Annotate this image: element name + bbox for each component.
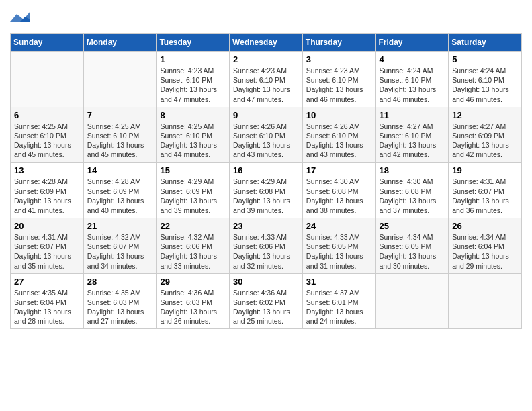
day-info: Sunrise: 4:23 AM Sunset: 6:10 PM Dayligh… — [160, 66, 226, 104]
day-number: 1 — [160, 54, 226, 64]
calendar-cell: 3Sunrise: 4:23 AM Sunset: 6:10 PM Daylig… — [302, 52, 375, 107]
calendar-week-row: 20Sunrise: 4:31 AM Sunset: 6:07 PM Dayli… — [11, 218, 522, 274]
day-number: 15 — [160, 165, 226, 175]
calendar-cell: 27Sunrise: 4:35 AM Sunset: 6:04 PM Dayli… — [11, 273, 84, 329]
calendar-cell: 25Sunrise: 4:34 AM Sunset: 6:05 PM Dayli… — [375, 218, 449, 274]
calendar-cell: 2Sunrise: 4:23 AM Sunset: 6:10 PM Daylig… — [230, 52, 303, 107]
calendar-cell: 4Sunrise: 4:24 AM Sunset: 6:10 PM Daylig… — [375, 52, 449, 107]
weekday-header: Monday — [83, 34, 157, 52]
day-number: 4 — [380, 54, 445, 64]
calendar-body: 1Sunrise: 4:23 AM Sunset: 6:10 PM Daylig… — [11, 52, 522, 329]
day-info: Sunrise: 4:24 AM Sunset: 6:10 PM Dayligh… — [380, 66, 445, 104]
day-number: 18 — [380, 165, 445, 175]
weekday-header: Friday — [375, 34, 449, 52]
calendar-cell: 20Sunrise: 4:31 AM Sunset: 6:07 PM Dayli… — [11, 218, 84, 274]
weekday-header: Sunday — [11, 34, 84, 52]
day-info: Sunrise: 4:23 AM Sunset: 6:10 PM Dayligh… — [233, 66, 299, 104]
day-info: Sunrise: 4:35 AM Sunset: 6:04 PM Dayligh… — [14, 288, 80, 326]
day-number: 10 — [306, 110, 372, 120]
day-number: 9 — [233, 110, 299, 120]
page-header — [10, 10, 522, 26]
day-info: Sunrise: 4:27 AM Sunset: 6:09 PM Dayligh… — [452, 122, 518, 160]
day-number: 12 — [452, 110, 518, 120]
day-info: Sunrise: 4:26 AM Sunset: 6:10 PM Dayligh… — [233, 122, 299, 160]
day-info: Sunrise: 4:25 AM Sunset: 6:10 PM Dayligh… — [160, 122, 226, 160]
weekday-header: Wednesday — [230, 34, 303, 52]
calendar-week-row: 1Sunrise: 4:23 AM Sunset: 6:10 PM Daylig… — [11, 52, 522, 107]
calendar-cell: 15Sunrise: 4:29 AM Sunset: 6:09 PM Dayli… — [157, 163, 230, 218]
day-info: Sunrise: 4:34 AM Sunset: 6:04 PM Dayligh… — [452, 232, 518, 271]
day-number: 6 — [14, 110, 80, 120]
day-info: Sunrise: 4:31 AM Sunset: 6:07 PM Dayligh… — [452, 177, 518, 215]
day-number: 23 — [233, 221, 299, 231]
calendar-cell: 19Sunrise: 4:31 AM Sunset: 6:07 PM Dayli… — [449, 163, 522, 218]
day-info: Sunrise: 4:36 AM Sunset: 6:02 PM Dayligh… — [233, 288, 299, 326]
day-info: Sunrise: 4:36 AM Sunset: 6:03 PM Dayligh… — [160, 288, 226, 326]
calendar-week-row: 13Sunrise: 4:28 AM Sunset: 6:09 PM Dayli… — [11, 163, 522, 218]
logo — [10, 10, 33, 26]
day-info: Sunrise: 4:32 AM Sunset: 6:07 PM Dayligh… — [87, 232, 153, 271]
day-info: Sunrise: 4:28 AM Sunset: 6:09 PM Dayligh… — [87, 177, 153, 215]
calendar-cell: 6Sunrise: 4:25 AM Sunset: 6:10 PM Daylig… — [11, 107, 84, 163]
day-info: Sunrise: 4:33 AM Sunset: 6:05 PM Dayligh… — [306, 232, 372, 271]
day-info: Sunrise: 4:34 AM Sunset: 6:05 PM Dayligh… — [380, 232, 445, 271]
calendar-cell: 8Sunrise: 4:25 AM Sunset: 6:10 PM Daylig… — [157, 107, 230, 163]
day-number: 14 — [87, 165, 153, 175]
calendar-header: SundayMondayTuesdayWednesdayThursdayFrid… — [11, 34, 522, 52]
day-info: Sunrise: 4:28 AM Sunset: 6:09 PM Dayligh… — [14, 177, 80, 215]
calendar-cell: 5Sunrise: 4:24 AM Sunset: 6:10 PM Daylig… — [449, 52, 522, 107]
day-info: Sunrise: 4:25 AM Sunset: 6:10 PM Dayligh… — [14, 122, 80, 160]
day-info: Sunrise: 4:37 AM Sunset: 6:01 PM Dayligh… — [306, 288, 372, 326]
calendar-cell: 31Sunrise: 4:37 AM Sunset: 6:01 PM Dayli… — [302, 273, 375, 329]
calendar-cell: 24Sunrise: 4:33 AM Sunset: 6:05 PM Dayli… — [302, 218, 375, 274]
day-info: Sunrise: 4:27 AM Sunset: 6:10 PM Dayligh… — [380, 122, 445, 160]
calendar-cell: 23Sunrise: 4:33 AM Sunset: 6:06 PM Dayli… — [230, 218, 303, 274]
day-number: 13 — [14, 165, 80, 175]
calendar-cell — [11, 52, 84, 107]
day-info: Sunrise: 4:25 AM Sunset: 6:10 PM Dayligh… — [87, 122, 153, 160]
calendar-week-row: 27Sunrise: 4:35 AM Sunset: 6:04 PM Dayli… — [11, 273, 522, 329]
day-info: Sunrise: 4:29 AM Sunset: 6:08 PM Dayligh… — [233, 177, 299, 215]
weekday-row: SundayMondayTuesdayWednesdayThursdayFrid… — [11, 34, 522, 52]
day-number: 29 — [160, 277, 226, 287]
day-info: Sunrise: 4:26 AM Sunset: 6:10 PM Dayligh… — [306, 122, 372, 160]
day-number: 16 — [233, 165, 299, 175]
calendar-cell: 14Sunrise: 4:28 AM Sunset: 6:09 PM Dayli… — [83, 163, 157, 218]
day-info: Sunrise: 4:29 AM Sunset: 6:09 PM Dayligh… — [160, 177, 226, 215]
calendar-cell: 11Sunrise: 4:27 AM Sunset: 6:10 PM Dayli… — [375, 107, 449, 163]
day-info: Sunrise: 4:31 AM Sunset: 6:07 PM Dayligh… — [14, 232, 80, 271]
calendar-cell — [83, 52, 157, 107]
calendar-cell: 22Sunrise: 4:32 AM Sunset: 6:06 PM Dayli… — [157, 218, 230, 274]
day-number: 17 — [306, 165, 372, 175]
calendar-table: SundayMondayTuesdayWednesdayThursdayFrid… — [10, 33, 522, 329]
day-number: 31 — [306, 277, 372, 287]
day-info: Sunrise: 4:35 AM Sunset: 6:03 PM Dayligh… — [87, 288, 153, 326]
day-number: 25 — [380, 221, 445, 231]
calendar-cell: 1Sunrise: 4:23 AM Sunset: 6:10 PM Daylig… — [157, 52, 230, 107]
calendar-cell: 16Sunrise: 4:29 AM Sunset: 6:08 PM Dayli… — [230, 163, 303, 218]
day-number: 26 — [452, 221, 518, 231]
calendar-cell: 13Sunrise: 4:28 AM Sunset: 6:09 PM Dayli… — [11, 163, 84, 218]
day-number: 21 — [87, 221, 153, 231]
day-number: 3 — [306, 54, 372, 64]
day-number: 28 — [87, 277, 153, 287]
day-info: Sunrise: 4:24 AM Sunset: 6:10 PM Dayligh… — [452, 66, 518, 104]
day-number: 2 — [233, 54, 299, 64]
calendar-cell — [449, 273, 522, 329]
calendar-cell: 9Sunrise: 4:26 AM Sunset: 6:10 PM Daylig… — [230, 107, 303, 163]
calendar-cell: 28Sunrise: 4:35 AM Sunset: 6:03 PM Dayli… — [83, 273, 157, 329]
calendar-week-row: 6Sunrise: 4:25 AM Sunset: 6:10 PM Daylig… — [11, 107, 522, 163]
calendar-cell: 26Sunrise: 4:34 AM Sunset: 6:04 PM Dayli… — [449, 218, 522, 274]
day-number: 11 — [380, 110, 445, 120]
calendar-cell: 7Sunrise: 4:25 AM Sunset: 6:10 PM Daylig… — [83, 107, 157, 163]
day-number: 19 — [452, 165, 518, 175]
weekday-header: Tuesday — [157, 34, 230, 52]
day-number: 30 — [233, 277, 299, 287]
calendar-cell: 30Sunrise: 4:36 AM Sunset: 6:02 PM Dayli… — [230, 273, 303, 329]
day-number: 7 — [87, 110, 153, 120]
day-info: Sunrise: 4:30 AM Sunset: 6:08 PM Dayligh… — [380, 177, 445, 215]
calendar-cell: 21Sunrise: 4:32 AM Sunset: 6:07 PM Dayli… — [83, 218, 157, 274]
day-number: 20 — [14, 221, 80, 231]
calendar-cell: 12Sunrise: 4:27 AM Sunset: 6:09 PM Dayli… — [449, 107, 522, 163]
weekday-header: Thursday — [302, 34, 375, 52]
